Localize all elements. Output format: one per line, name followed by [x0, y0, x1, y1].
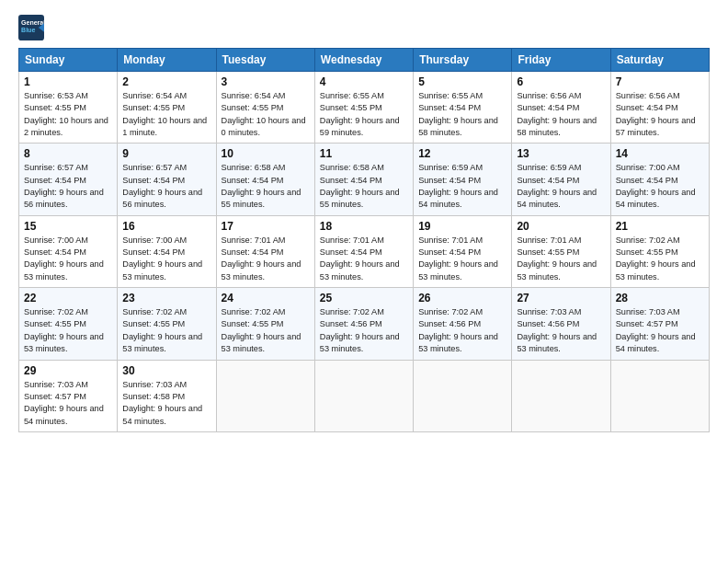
- calendar-day-20: 20 Sunrise: 7:01 AMSunset: 4:55 PMDaylig…: [512, 215, 610, 287]
- day-info: Sunrise: 7:03 AMSunset: 4:57 PMDaylight:…: [616, 306, 704, 355]
- day-info: Sunrise: 7:02 AMSunset: 4:56 PMDaylight:…: [418, 306, 506, 355]
- day-number: 26: [418, 292, 506, 304]
- calendar-day-4: 4 Sunrise: 6:55 AMSunset: 4:55 PMDayligh…: [314, 72, 413, 144]
- day-info: Sunrise: 7:03 AMSunset: 4:58 PMDaylight:…: [122, 379, 210, 428]
- day-number: 18: [320, 220, 408, 233]
- day-number: 20: [517, 220, 605, 233]
- day-header-tuesday: Tuesday: [216, 49, 314, 72]
- calendar-day-30: 30 Sunrise: 7:03 AMSunset: 4:58 PMDaylig…: [118, 360, 216, 431]
- empty-cell: [414, 360, 512, 431]
- calendar-day-21: 21 Sunrise: 7:02 AMSunset: 4:55 PMDaylig…: [610, 215, 709, 287]
- day-header-friday: Friday: [512, 49, 610, 72]
- calendar-day-18: 18 Sunrise: 7:01 AMSunset: 4:54 PMDaylig…: [314, 215, 413, 287]
- day-number: 9: [122, 147, 210, 160]
- calendar-day-8: 8 Sunrise: 6:57 AMSunset: 4:54 PMDayligh…: [19, 144, 118, 215]
- day-info: Sunrise: 6:57 AMSunset: 4:54 PMDaylight:…: [24, 162, 112, 211]
- day-info: Sunrise: 7:02 AMSunset: 4:55 PMDaylight:…: [24, 306, 112, 355]
- calendar-week-2: 8 Sunrise: 6:57 AMSunset: 4:54 PMDayligh…: [19, 144, 710, 215]
- calendar-day-5: 5 Sunrise: 6:55 AMSunset: 4:54 PMDayligh…: [414, 72, 512, 144]
- svg-text:Blue: Blue: [21, 27, 35, 33]
- day-number: 3: [222, 75, 310, 88]
- day-number: 19: [418, 220, 506, 233]
- calendar-day-29: 29 Sunrise: 7:03 AMSunset: 4:57 PMDaylig…: [19, 360, 118, 431]
- day-info: Sunrise: 7:03 AMSunset: 4:57 PMDaylight:…: [24, 379, 112, 428]
- day-number: 29: [24, 364, 112, 377]
- day-number: 7: [616, 75, 704, 88]
- day-number: 16: [122, 220, 210, 233]
- logo: General Blue: [18, 15, 48, 40]
- day-number: 11: [320, 147, 408, 160]
- calendar-table: SundayMondayTuesdayWednesdayThursdayFrid…: [18, 48, 710, 432]
- day-number: 21: [616, 220, 704, 233]
- day-number: 23: [122, 292, 210, 304]
- day-info: Sunrise: 6:57 AMSunset: 4:54 PMDaylight:…: [122, 162, 210, 211]
- calendar-header-row: SundayMondayTuesdayWednesdayThursdayFrid…: [19, 49, 710, 72]
- empty-cell: [610, 360, 709, 431]
- day-info: Sunrise: 7:02 AMSunset: 4:55 PMDaylight:…: [122, 306, 210, 355]
- day-number: 10: [222, 147, 310, 160]
- calendar-day-25: 25 Sunrise: 7:02 AMSunset: 4:56 PMDaylig…: [314, 288, 413, 360]
- calendar-day-3: 3 Sunrise: 6:54 AMSunset: 4:55 PMDayligh…: [216, 72, 314, 144]
- calendar-day-23: 23 Sunrise: 7:02 AMSunset: 4:55 PMDaylig…: [118, 288, 216, 360]
- day-header-wednesday: Wednesday: [314, 49, 413, 72]
- calendar-week-5: 29 Sunrise: 7:03 AMSunset: 4:57 PMDaylig…: [19, 360, 710, 431]
- calendar-week-1: 1 Sunrise: 6:53 AMSunset: 4:55 PMDayligh…: [19, 72, 710, 144]
- day-number: 25: [320, 292, 408, 304]
- calendar-day-13: 13 Sunrise: 6:59 AMSunset: 4:54 PMDaylig…: [512, 144, 610, 215]
- day-info: Sunrise: 6:58 AMSunset: 4:54 PMDaylight:…: [320, 162, 408, 211]
- day-number: 8: [24, 147, 112, 160]
- calendar-day-19: 19 Sunrise: 7:01 AMSunset: 4:54 PMDaylig…: [414, 215, 512, 287]
- day-info: Sunrise: 6:54 AMSunset: 4:55 PMDaylight:…: [222, 90, 310, 139]
- day-info: Sunrise: 6:56 AMSunset: 4:54 PMDaylight:…: [616, 90, 704, 139]
- day-header-thursday: Thursday: [414, 49, 512, 72]
- calendar-day-10: 10 Sunrise: 6:58 AMSunset: 4:54 PMDaylig…: [216, 144, 314, 215]
- day-info: Sunrise: 6:59 AMSunset: 4:54 PMDaylight:…: [517, 162, 605, 211]
- calendar-day-2: 2 Sunrise: 6:54 AMSunset: 4:55 PMDayligh…: [118, 72, 216, 144]
- empty-cell: [314, 360, 413, 431]
- day-info: Sunrise: 6:55 AMSunset: 4:54 PMDaylight:…: [418, 90, 506, 139]
- day-number: 2: [122, 75, 210, 88]
- calendar-day-15: 15 Sunrise: 7:00 AMSunset: 4:54 PMDaylig…: [19, 215, 118, 287]
- day-number: 5: [418, 75, 506, 88]
- day-number: 13: [517, 147, 605, 160]
- day-number: 4: [320, 75, 408, 88]
- calendar-day-16: 16 Sunrise: 7:00 AMSunset: 4:54 PMDaylig…: [118, 215, 216, 287]
- day-info: Sunrise: 6:55 AMSunset: 4:55 PMDaylight:…: [320, 90, 408, 139]
- calendar-day-7: 7 Sunrise: 6:56 AMSunset: 4:54 PMDayligh…: [610, 72, 709, 144]
- day-info: Sunrise: 7:01 AMSunset: 4:54 PMDaylight:…: [222, 235, 310, 283]
- calendar-day-11: 11 Sunrise: 6:58 AMSunset: 4:54 PMDaylig…: [314, 144, 413, 215]
- day-info: Sunrise: 7:00 AMSunset: 4:54 PMDaylight:…: [616, 162, 704, 211]
- calendar-day-12: 12 Sunrise: 6:59 AMSunset: 4:54 PMDaylig…: [414, 144, 512, 215]
- day-number: 15: [24, 220, 112, 233]
- day-info: Sunrise: 6:54 AMSunset: 4:55 PMDaylight:…: [122, 90, 210, 139]
- day-info: Sunrise: 6:58 AMSunset: 4:54 PMDaylight:…: [222, 162, 310, 211]
- day-number: 17: [222, 220, 310, 233]
- day-number: 1: [24, 75, 112, 88]
- day-info: Sunrise: 7:02 AMSunset: 4:55 PMDaylight:…: [616, 235, 704, 283]
- day-info: Sunrise: 7:02 AMSunset: 4:55 PMDaylight:…: [222, 306, 310, 355]
- empty-cell: [216, 360, 314, 431]
- calendar-day-1: 1 Sunrise: 6:53 AMSunset: 4:55 PMDayligh…: [19, 72, 118, 144]
- day-info: Sunrise: 6:53 AMSunset: 4:55 PMDaylight:…: [24, 90, 112, 139]
- day-header-saturday: Saturday: [610, 49, 709, 72]
- calendar-day-26: 26 Sunrise: 7:02 AMSunset: 4:56 PMDaylig…: [414, 288, 512, 360]
- day-info: Sunrise: 6:56 AMSunset: 4:54 PMDaylight:…: [517, 90, 605, 139]
- day-number: 30: [122, 364, 210, 377]
- day-number: 22: [24, 292, 112, 304]
- day-info: Sunrise: 7:02 AMSunset: 4:56 PMDaylight:…: [320, 306, 408, 355]
- calendar-day-17: 17 Sunrise: 7:01 AMSunset: 4:54 PMDaylig…: [216, 215, 314, 287]
- empty-cell: [512, 360, 610, 431]
- day-info: Sunrise: 7:01 AMSunset: 4:54 PMDaylight:…: [418, 235, 506, 283]
- calendar-day-24: 24 Sunrise: 7:02 AMSunset: 4:55 PMDaylig…: [216, 288, 314, 360]
- calendar-day-22: 22 Sunrise: 7:02 AMSunset: 4:55 PMDaylig…: [19, 288, 118, 360]
- page: General Blue SundayMondayTuesdayWednesda…: [0, 0, 728, 447]
- day-info: Sunrise: 6:59 AMSunset: 4:54 PMDaylight:…: [418, 162, 506, 211]
- day-number: 14: [616, 147, 704, 160]
- day-info: Sunrise: 7:03 AMSunset: 4:56 PMDaylight:…: [517, 306, 605, 355]
- day-info: Sunrise: 7:01 AMSunset: 4:54 PMDaylight:…: [320, 235, 408, 283]
- day-header-sunday: Sunday: [19, 49, 118, 72]
- calendar-week-4: 22 Sunrise: 7:02 AMSunset: 4:55 PMDaylig…: [19, 288, 710, 360]
- calendar-week-3: 15 Sunrise: 7:00 AMSunset: 4:54 PMDaylig…: [19, 215, 710, 287]
- day-number: 12: [418, 147, 506, 160]
- day-number: 24: [222, 292, 310, 304]
